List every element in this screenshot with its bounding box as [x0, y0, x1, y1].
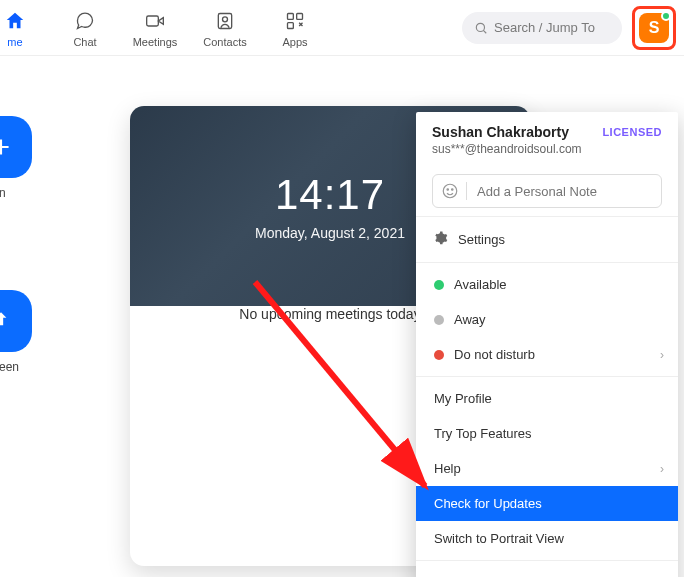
personal-note-input[interactable] [432, 174, 662, 208]
status-label: Do not disturb [454, 347, 535, 362]
item-label: Try Top Features [434, 426, 532, 441]
meetings-icon [145, 8, 165, 34]
separator [416, 262, 678, 263]
help-item[interactable]: Help › [416, 451, 678, 486]
separator [416, 216, 678, 217]
topbar: me Chat Meetings Contacts Apps Search / … [0, 0, 684, 56]
share-icon [0, 290, 32, 352]
svg-point-6 [476, 23, 484, 31]
portrait-view-item[interactable]: Switch to Portrait View [416, 521, 678, 556]
check-updates-item[interactable]: Check for Updates [416, 486, 678, 521]
separator [416, 560, 678, 561]
tab-label: Meetings [133, 36, 178, 48]
chevron-right-icon: › [660, 348, 664, 362]
status-label: Available [454, 277, 507, 292]
avatar-button[interactable]: S [632, 6, 676, 50]
user-email: sus***@theandroidsoul.com [432, 142, 662, 156]
top-features-item[interactable]: Try Top Features [416, 416, 678, 451]
search-input[interactable]: Search / Jump To [462, 12, 622, 44]
share-label: screen [0, 360, 19, 374]
license-badge: LICENSED [602, 126, 662, 138]
svg-rect-0 [147, 16, 159, 26]
svg-point-8 [447, 189, 449, 191]
clock-date: Monday, August 2, 2021 [255, 225, 405, 241]
svg-rect-4 [297, 13, 303, 19]
tab-chat[interactable]: Chat [50, 0, 120, 56]
clock-time: 14:17 [275, 171, 385, 219]
svg-point-2 [223, 16, 228, 21]
status-available[interactable]: Available [416, 267, 678, 302]
status-dot-icon [434, 280, 444, 290]
tab-label: Apps [282, 36, 307, 48]
status-away[interactable]: Away [416, 302, 678, 337]
status-dot-icon [434, 350, 444, 360]
tab-label: Contacts [203, 36, 246, 48]
status-dot-icon [434, 315, 444, 325]
settings-label: Settings [458, 232, 505, 247]
switch-account-item[interactable]: Switch Account [416, 565, 678, 577]
tab-label: Chat [73, 36, 96, 48]
my-profile-item[interactable]: My Profile [416, 381, 678, 416]
personal-note-field[interactable] [467, 184, 661, 199]
avatar-initial: S [649, 19, 660, 37]
svg-rect-5 [288, 22, 294, 28]
status-dnd[interactable]: Do not disturb › [416, 337, 678, 372]
svg-point-9 [451, 189, 453, 191]
search-placeholder: Search / Jump To [494, 20, 595, 35]
item-label: Help [434, 461, 461, 476]
tab-meetings[interactable]: Meetings [120, 0, 190, 56]
contacts-icon [215, 8, 235, 34]
home-icon [4, 8, 26, 34]
share-screen-button[interactable]: screen [0, 290, 32, 374]
svg-rect-1 [218, 13, 231, 28]
profile-menu: Sushan Chakraborty LICENSED sus***@thean… [416, 112, 678, 577]
svg-point-7 [443, 184, 457, 198]
join-button[interactable]: in [0, 116, 32, 200]
chat-icon [75, 8, 95, 34]
content-area: in screen 14:17 Monday, August 2, 2021 N… [0, 56, 684, 577]
settings-item[interactable]: Settings [416, 221, 678, 258]
tab-apps[interactable]: Apps [260, 0, 330, 56]
tab-label: me [7, 36, 22, 48]
plus-icon [0, 116, 32, 178]
chevron-right-icon: › [660, 462, 664, 476]
menu-header: Sushan Chakraborty LICENSED sus***@thean… [416, 112, 678, 162]
tab-contacts[interactable]: Contacts [190, 0, 260, 56]
smiley-icon [433, 182, 467, 200]
join-label: in [0, 186, 6, 200]
item-label: My Profile [434, 391, 492, 406]
svg-rect-3 [288, 13, 294, 19]
apps-icon [285, 8, 305, 34]
presence-dot-icon [661, 11, 671, 21]
status-label: Away [454, 312, 486, 327]
tab-home[interactable]: me [0, 0, 50, 56]
avatar: S [639, 13, 669, 43]
item-label: Check for Updates [434, 496, 542, 511]
side-buttons: in screen [0, 116, 32, 374]
separator [416, 376, 678, 377]
search-icon [474, 21, 488, 35]
user-name: Sushan Chakraborty [432, 124, 569, 140]
gear-icon [434, 231, 448, 248]
item-label: Switch to Portrait View [434, 531, 564, 546]
